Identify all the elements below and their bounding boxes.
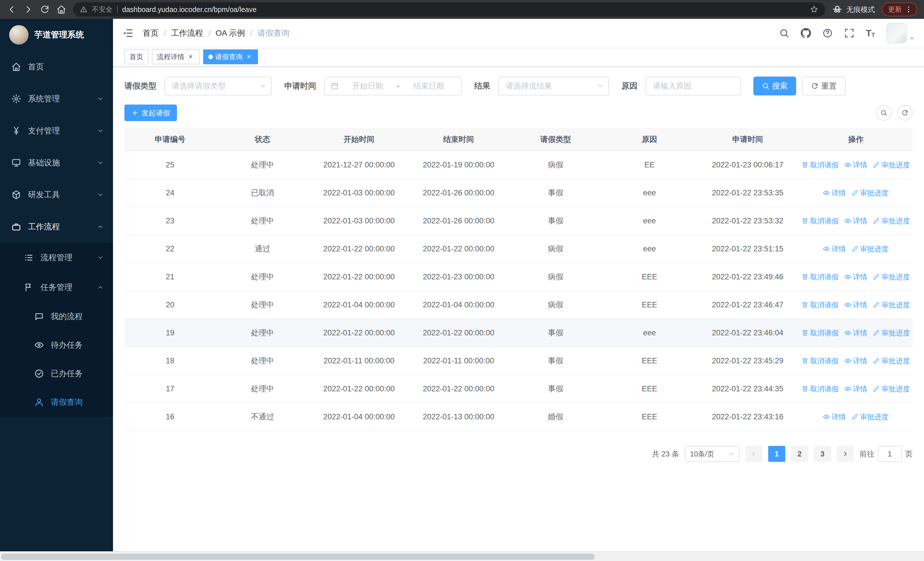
- detail-link[interactable]: 详情: [844, 216, 867, 226]
- cancel-leave-link[interactable]: 取消请假: [802, 216, 838, 226]
- sidebar-item-leave-query[interactable]: 请假查询: [0, 388, 113, 417]
- prev-page-button[interactable]: [746, 446, 762, 462]
- search-button[interactable]: 搜索: [753, 77, 796, 95]
- breadcrumb-home[interactable]: 首页: [142, 28, 159, 39]
- reset-button[interactable]: 重置: [802, 77, 846, 95]
- sidebar-toggle-icon[interactable]: [122, 27, 134, 39]
- cell-end: 2022-01-26 00:00:00: [409, 207, 508, 235]
- start-date-input[interactable]: 开始日期: [341, 81, 394, 91]
- home-icon[interactable]: [57, 5, 66, 14]
- detail-link[interactable]: 详情: [823, 244, 846, 254]
- sidebar-item-my-process[interactable]: 我的流程: [0, 302, 113, 331]
- sidebar-item-payment[interactable]: 支付管理: [0, 115, 113, 147]
- sidebar-item-workflow[interactable]: 工作流程: [0, 211, 113, 243]
- sidebar-item-process-mgmt[interactable]: 流程管理: [0, 243, 113, 272]
- progress-link[interactable]: 审批进度: [852, 188, 889, 198]
- address-bar[interactable]: 不安全 dashboard.yudao.iocoder.cn/bpm/oa/le…: [73, 2, 825, 17]
- refresh-table-button[interactable]: [897, 105, 913, 120]
- toggle-search-button[interactable]: [876, 105, 891, 120]
- sidebar-item-done-tasks[interactable]: 已办任务: [0, 359, 113, 388]
- cell-applied: 2022-01-22 23:44:35: [696, 375, 799, 403]
- font-size-icon[interactable]: TT: [866, 29, 875, 38]
- progress-link[interactable]: 审批进度: [873, 272, 910, 282]
- progress-link[interactable]: 审批进度: [852, 412, 889, 422]
- sidebar-item-system[interactable]: 系统管理: [0, 83, 113, 115]
- page-button-2[interactable]: 2: [791, 446, 808, 462]
- eye-icon: [844, 217, 851, 224]
- url-text[interactable]: dashboard.yudao.iocoder.cn/bpm/oa/leave: [122, 5, 805, 14]
- scrollbar-thumb[interactable]: [1, 553, 595, 560]
- progress-link[interactable]: 审批进度: [852, 244, 889, 254]
- back-icon[interactable]: [7, 5, 16, 14]
- cancel-leave-link[interactable]: 取消请假: [802, 160, 838, 170]
- incognito-label: 无痕模式: [846, 5, 875, 14]
- detail-link[interactable]: 详情: [844, 300, 867, 310]
- forward-icon[interactable]: [23, 5, 33, 14]
- cell-applied: 2022-01-22 23:46:47: [696, 291, 799, 319]
- create-leave-button[interactable]: 发起请假: [124, 105, 177, 121]
- date-range-picker[interactable]: 开始日期 - 结束日期: [324, 77, 462, 95]
- detail-link[interactable]: 详情: [844, 160, 867, 170]
- breadcrumb-workflow[interactable]: 工作流程: [171, 28, 203, 39]
- progress-link[interactable]: 审批进度: [873, 356, 910, 365]
- cell-type: 事假: [508, 319, 603, 347]
- sidebar-item-devtools[interactable]: 研发工具: [0, 179, 113, 211]
- reload-icon[interactable]: [40, 5, 50, 14]
- tag-process-detail[interactable]: 流程详情×: [152, 50, 200, 64]
- progress-link[interactable]: 审批进度: [873, 160, 910, 170]
- search-icon[interactable]: [779, 28, 789, 38]
- horizontal-scrollbar[interactable]: [0, 551, 924, 561]
- sidebar-item-todo-tasks[interactable]: 待办任务: [0, 331, 113, 359]
- detail-link[interactable]: 详情: [823, 412, 846, 422]
- progress-link[interactable]: 审批进度: [873, 216, 910, 226]
- cell-id: 17: [124, 375, 216, 403]
- page-size-select[interactable]: 10条/页: [685, 446, 740, 462]
- cancel-leave-link[interactable]: 取消请假: [802, 328, 838, 338]
- detail-link[interactable]: 详情: [844, 384, 867, 394]
- sidebar-item-home[interactable]: 首页: [0, 51, 113, 83]
- page-goto-input[interactable]: [878, 446, 902, 462]
- tag-home[interactable]: 首页: [124, 50, 148, 64]
- page-button-3[interactable]: 3: [814, 446, 831, 462]
- leave-table: 申请编号状态开始时间结束时间请假类型原因申请时间操作 25处理中2021-12-…: [124, 128, 913, 431]
- cell-end: 2022-01-11 00:00:00: [409, 347, 508, 375]
- avatar[interactable]: [886, 23, 907, 44]
- cell-end: 2022-01-22 00:00:00: [409, 235, 508, 263]
- bookmark-star-icon[interactable]: [810, 5, 818, 14]
- help-icon[interactable]: [822, 28, 832, 38]
- trash-icon: [802, 329, 808, 336]
- close-icon[interactable]: ×: [245, 53, 253, 61]
- page-button-1[interactable]: 1: [768, 446, 785, 462]
- leave-type-select[interactable]: 请选择请假类型: [164, 77, 272, 95]
- cancel-leave-link[interactable]: 取消请假: [802, 300, 838, 310]
- cancel-leave-link[interactable]: 取消请假: [802, 384, 838, 394]
- detail-link[interactable]: 详情: [844, 356, 867, 365]
- cancel-leave-link[interactable]: 取消请假: [802, 272, 838, 282]
- trash-icon: [802, 357, 808, 364]
- detail-link[interactable]: 详情: [844, 328, 867, 338]
- security-label[interactable]: 不安全: [92, 5, 112, 14]
- next-page-button[interactable]: [837, 446, 854, 462]
- result-select[interactable]: 请选择流结果: [498, 77, 609, 95]
- breadcrumb-oa[interactable]: OA 示例: [216, 28, 245, 39]
- progress-link[interactable]: 审批进度: [873, 328, 910, 338]
- user-menu[interactable]: [886, 23, 915, 44]
- close-icon[interactable]: ×: [187, 53, 195, 61]
- sidebar-item-infra[interactable]: 基础设施: [0, 147, 113, 179]
- end-date-input[interactable]: 结束日期: [402, 81, 456, 91]
- detail-link[interactable]: 详情: [823, 188, 846, 198]
- fullscreen-icon[interactable]: [844, 28, 854, 38]
- progress-link[interactable]: 审批进度: [873, 300, 910, 310]
- pagination: 共 23 条 10条/页 1 2 3 前往 页: [124, 446, 913, 462]
- github-icon[interactable]: [801, 28, 811, 38]
- browser-update-button[interactable]: 更新: [882, 3, 917, 16]
- reason-input[interactable]: [645, 77, 741, 95]
- goto-suffix: 页: [905, 449, 913, 459]
- cancel-leave-link[interactable]: 取消请假: [802, 356, 838, 365]
- eye-icon: [34, 340, 44, 350]
- browser-menu-icon[interactable]: [904, 5, 913, 14]
- tag-leave-query[interactable]: 请假查询×: [203, 50, 258, 64]
- progress-link[interactable]: 审批进度: [873, 384, 910, 394]
- detail-link[interactable]: 详情: [844, 272, 867, 282]
- sidebar-item-task-mgmt[interactable]: 任务管理: [0, 272, 113, 302]
